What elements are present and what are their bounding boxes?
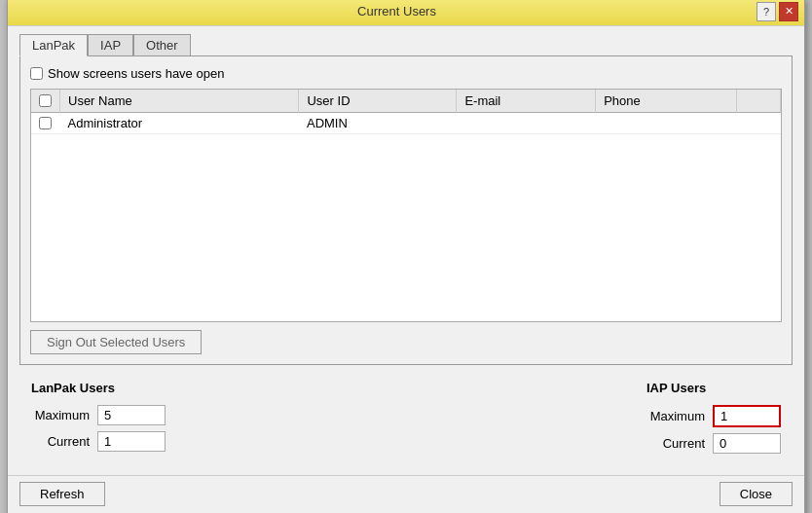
current-users-dialog: Current Users ? ✕ LanPak IAP Other [7,0,805,513]
show-screens-row: Show screens users have open [30,66,782,81]
col-header-phone: Phone [596,90,737,113]
col-header-username: User Name [60,90,299,113]
title-bar: Current Users ? ✕ [8,0,804,26]
tab-other[interactable]: Other [133,34,191,56]
select-all-checkbox[interactable] [39,94,52,107]
table-row: Administrator ADMIN [31,112,781,133]
iap-users-group: IAP Users Maximum 1 Current 0 [646,381,781,454]
sign-out-row: Sign Out Selected Users [30,330,782,354]
iap-maximum-row: Maximum 1 [646,405,781,427]
tab-bar: LanPak IAP Other [19,34,793,56]
dialog-title: Current Users [37,4,757,18]
cell-phone [596,112,737,133]
tab-lanpak[interactable]: LanPak [19,34,88,56]
row-checkbox-cell [31,112,60,133]
lanpak-maximum-label: Maximum [31,408,90,422]
bottom-info: LanPak Users Maximum 5 Current 1 IAP Use… [19,373,793,461]
close-title-button[interactable]: ✕ [779,2,798,21]
col-header-checkbox [31,90,60,113]
show-screens-label: Show screens users have open [48,66,224,81]
iap-users-title: IAP Users [646,381,781,395]
lanpak-current-label: Current [31,434,90,449]
cell-userid: ADMIN [299,112,457,133]
lanpak-maximum-value: 5 [97,405,166,425]
cell-email [457,112,596,133]
iap-current-value: 0 [713,433,781,454]
cell-username: Administrator [60,112,299,133]
user-table: User Name User ID E-mail Phone [31,90,781,134]
help-button[interactable]: ? [757,2,776,21]
lanpak-current-value: 1 [97,431,166,452]
lanpak-maximum-row: Maximum 5 [31,405,166,425]
user-table-container: User Name User ID E-mail Phone [30,89,782,322]
show-screens-checkbox[interactable] [30,67,43,80]
col-header-extra [736,90,780,113]
iap-maximum-label: Maximum [646,409,705,423]
table-header-row: User Name User ID E-mail Phone [31,90,781,113]
iap-maximum-value: 1 [713,405,781,427]
lanpak-users-title: LanPak Users [31,381,166,395]
iap-current-label: Current [646,436,705,451]
sign-out-button[interactable]: Sign Out Selected Users [30,330,202,354]
dialog-content: LanPak IAP Other Show screens users have… [8,26,804,471]
title-bar-buttons: ? ✕ [757,2,798,21]
tab-iap[interactable]: IAP [88,34,133,56]
close-button[interactable]: Close [720,482,793,506]
tab-panel-lanpak: Show screens users have open [19,55,793,365]
col-header-userid: User ID [299,90,457,113]
refresh-button[interactable]: Refresh [19,482,105,506]
col-header-email: E-mail [457,90,596,113]
lanpak-users-group: LanPak Users Maximum 5 Current 1 [31,381,166,454]
cell-extra [736,112,780,133]
lanpak-current-row: Current 1 [31,431,166,452]
row-checkbox[interactable] [39,117,52,129]
footer-buttons: Refresh Close [8,475,804,514]
iap-current-row: Current 0 [646,433,781,454]
